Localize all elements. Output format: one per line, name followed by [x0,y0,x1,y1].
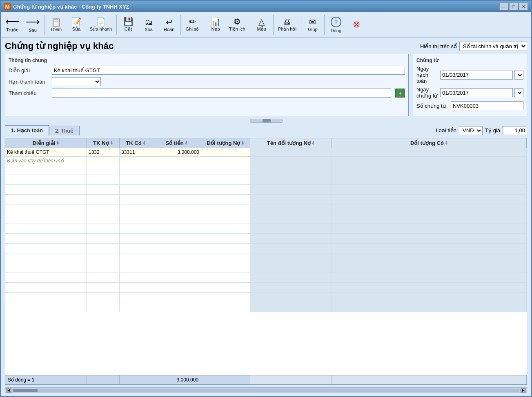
sort-ten-doi-tuong-no[interactable]: ⇕ [312,141,315,145]
han-thanh-toan-row: Hạn thanh toán [9,77,405,86]
ghi-so-icon: ✏ [189,18,196,26]
close-button[interactable]: ✕ [519,3,528,10]
add-row[interactable]: Bấm vào đây để thêm mới [5,157,527,165]
sort-doi-tuong-co[interactable]: ⇕ [445,141,448,145]
table-row [5,214,527,224]
xoa-icon: 🗂 [145,18,153,26]
display-select[interactable]: Sổ tài chính và quản trị [459,42,527,51]
sua-button[interactable]: 📝 Sửa [67,16,86,33]
tab-hach-toan[interactable]: 1. Hạch toán [5,125,49,135]
sep-4 [204,15,204,35]
giup-button[interactable]: ? Đóng [326,15,346,35]
cat-button[interactable]: 💾 Cắt [118,16,138,33]
ngay-hach-toan-row: Ngày hạch toán ▼ [416,66,523,84]
sep-6 [273,15,274,35]
tien-ich-label: Tiện ích [229,27,245,32]
th-ten-doi-tuong-no: Tên đối tượng Nợ ⇕ [250,138,332,148]
table-row [5,165,527,175]
maximize-button[interactable]: □ [509,3,518,10]
main-window: M Chứng từ nghiệp vụ khác - Công ty TNHH… [0,0,532,397]
main-content: Chứng từ nghiệp vụ khác Hiển thị trên sổ… [1,38,531,396]
th-doi-tuong-no: Đối tượng Nợ ⇕ [201,138,250,148]
tabs-area: 1. Hạch toán 2. Thuế Loại tiền VND Tỷ gi… [5,125,527,135]
in-icon: 🖨 [283,18,291,26]
phan-hoi-button[interactable]: ✉ Giúp [303,16,323,33]
table-row [5,224,527,234]
table-row [5,302,527,312]
app-icon: M [4,3,11,10]
tien-ich-button[interactable]: ⚙ Tiện ích [226,16,248,33]
ngay-chung-tu-label: Ngày chứng từ [416,86,439,99]
scroll-left-button[interactable]: ◀ [6,388,11,393]
minimize-button[interactable]: — [499,3,508,10]
scroll-right-button[interactable]: ▶ [521,388,526,393]
td-add-doituongno [201,157,250,165]
footer-empty-3 [201,375,250,384]
td-so-tien-1: 3.000.000 [152,148,201,156]
han-thanh-toan-select[interactable] [52,77,101,86]
loai-tien-label: Loại tiền [436,127,456,133]
ngay-hach-toan-select[interactable]: ▼ [514,71,523,80]
nap-button[interactable]: 📊 Nạp [206,16,225,33]
mau-label: Mẫu [257,27,266,32]
so-chung-tu-input[interactable] [451,101,523,110]
ngay-chung-tu-select[interactable]: ▼ [514,88,523,97]
scroll-track [250,119,283,123]
td-dien-giai-1: Kê khai thuế GTGT [5,148,87,156]
hoan-icon: ↩ [166,18,173,26]
ngay-hach-toan-input[interactable] [440,71,513,80]
sort-doi-tuong-no[interactable]: ⇕ [241,141,244,145]
table-footer: Số dòng = 1 3.000.000 [5,375,527,384]
ngay-chung-tu-input[interactable] [440,88,513,97]
footer-total: 3.000.000 [152,375,201,384]
ty-gia-input[interactable] [503,126,527,135]
sua-nhanh-button[interactable]: 📄 Sửa nhanh [87,16,115,33]
sort-dien-giai[interactable]: ⇕ [56,141,59,145]
giup-icon: ? [331,17,341,27]
sort-tk-co[interactable]: ⇕ [142,141,146,145]
th-so-tien: Số tiền ⇕ [152,138,201,148]
table-header: Diễn giải ⇕ TK Nợ ⇕ TK Có ⇕ Số tiền ⇕ Đố… [5,138,527,148]
in-button[interactable]: 🖨 Phản hồi [275,16,299,33]
mau-button[interactable]: △ Mẫu [252,16,272,33]
back-button[interactable]: ⟵ Trước [2,15,22,34]
forward-icon: ⟶ [26,17,40,27]
mau-icon: △ [258,18,265,26]
toolbar: ⟵ Trước ⟶ Sau 📋 Thêm 📝 Sửa 📄 Sửa nhanh 💾… [1,12,531,38]
title-bar-left: M Chứng từ nghiệp vụ khác - Công ty TNHH… [4,3,129,10]
so-chung-tu-label: Số chứng từ [416,103,449,109]
tham-chieu-row: Tham chiếu + [9,89,405,98]
td-tk-no-1: 1332 [87,148,120,156]
cat-label: Cắt [125,27,132,32]
xoa-button[interactable]: 🗂 Xóa [139,16,158,33]
page-header: Chứng từ nghiệp vụ khác Hiển thị trên sổ… [5,41,527,51]
chung-tu-title: Chứng từ [416,58,523,63]
scroll-h-thumb[interactable] [13,389,38,392]
tham-chieu-input[interactable] [52,89,391,98]
sort-so-tien[interactable]: ⇕ [185,141,188,145]
tien-ich-icon: ⚙ [234,18,241,26]
them-button[interactable]: 📋 Thêm [46,16,66,33]
xoa-label: Xóa [145,27,153,32]
footer-empty-2 [120,375,152,384]
tham-chieu-add-button[interactable]: + [395,89,405,98]
forward-button[interactable]: ⟶ Sau [23,16,42,34]
td-doi-tuong-co-1 [332,148,527,156]
horizontal-scrollbar: ◀ ▶ [5,387,527,393]
scroll-h-track [13,389,519,392]
footer-so-dong: Số dòng = 1 [5,375,87,384]
table-row [5,175,527,185]
dien-giai-input[interactable] [52,66,405,75]
ghi-so-button[interactable]: ✏ Ghi số [183,16,202,33]
them-icon: 📋 [51,18,61,26]
table-row [5,244,527,253]
cat-icon: 💾 [123,18,134,26]
loai-tien-select[interactable]: VND [459,126,483,135]
td-tk-co-1: 33311 [120,148,152,156]
hoan-button[interactable]: ↩ Hoàn [159,16,179,33]
dong-button[interactable]: ⊗ [347,18,366,31]
table-row[interactable]: Kê khai thuế GTGT 1332 33311 3.000.000 [5,148,527,157]
tab-thue[interactable]: 2. Thuế [49,126,80,135]
scroll-thumb[interactable] [263,119,271,122]
sort-tk-no[interactable]: ⇕ [110,141,113,145]
